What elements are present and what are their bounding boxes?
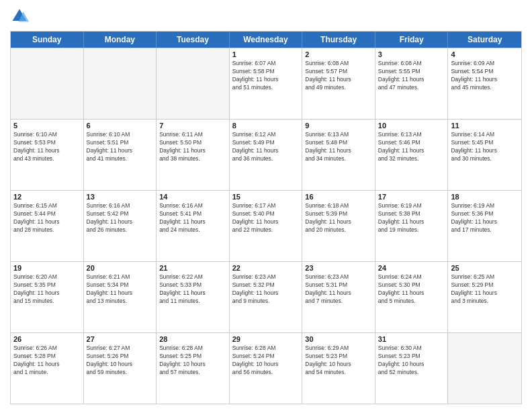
calendar-row-2: 12Sunrise: 6:15 AM Sunset: 5:44 PM Dayli… bbox=[11, 190, 521, 261]
calendar-cell-1: 1Sunrise: 6:07 AM Sunset: 5:58 PM Daylig… bbox=[230, 48, 303, 119]
day-info: Sunrise: 6:27 AM Sunset: 5:26 PM Dayligh… bbox=[87, 345, 154, 377]
calendar-cell-6: 6Sunrise: 6:10 AM Sunset: 5:51 PM Daylig… bbox=[84, 120, 157, 190]
day-number: 20 bbox=[87, 264, 154, 272]
day-info: Sunrise: 6:18 AM Sunset: 5:39 PM Dayligh… bbox=[305, 202, 372, 234]
calendar-row-4: 26Sunrise: 6:26 AM Sunset: 5:28 PM Dayli… bbox=[11, 332, 521, 404]
day-number: 19 bbox=[13, 264, 81, 272]
header-day-wednesday: Wednesday bbox=[230, 32, 303, 48]
header-day-tuesday: Tuesday bbox=[157, 32, 230, 48]
day-info: Sunrise: 6:28 AM Sunset: 5:24 PM Dayligh… bbox=[232, 345, 300, 377]
day-number: 15 bbox=[232, 193, 300, 201]
calendar-cell-17: 17Sunrise: 6:19 AM Sunset: 5:38 PM Dayli… bbox=[375, 191, 449, 261]
day-info: Sunrise: 6:24 AM Sunset: 5:30 PM Dayligh… bbox=[378, 273, 445, 306]
day-info: Sunrise: 6:13 AM Sunset: 5:48 PM Dayligh… bbox=[305, 131, 372, 163]
calendar-cell-12: 12Sunrise: 6:15 AM Sunset: 5:44 PM Dayli… bbox=[11, 191, 84, 261]
day-number: 23 bbox=[305, 264, 372, 272]
logo-icon bbox=[10, 7, 29, 26]
calendar-cell-13: 13Sunrise: 6:16 AM Sunset: 5:42 PM Dayli… bbox=[84, 191, 157, 261]
day-info: Sunrise: 6:16 AM Sunset: 5:41 PM Dayligh… bbox=[159, 202, 226, 234]
day-number: 10 bbox=[378, 122, 445, 130]
calendar-cell-15: 15Sunrise: 6:17 AM Sunset: 5:40 PM Dayli… bbox=[230, 191, 303, 261]
day-info: Sunrise: 6:08 AM Sunset: 5:57 PM Dayligh… bbox=[305, 60, 372, 92]
calendar-cell-empty-0-2 bbox=[157, 48, 230, 119]
day-number: 21 bbox=[159, 264, 226, 272]
calendar-cell-2: 2Sunrise: 6:08 AM Sunset: 5:57 PM Daylig… bbox=[302, 48, 375, 119]
day-info: Sunrise: 6:15 AM Sunset: 5:44 PM Dayligh… bbox=[13, 202, 81, 234]
day-info: Sunrise: 6:21 AM Sunset: 5:34 PM Dayligh… bbox=[87, 273, 154, 306]
calendar-cell-24: 24Sunrise: 6:24 AM Sunset: 5:30 PM Dayli… bbox=[375, 262, 449, 332]
logo bbox=[10, 7, 32, 26]
day-info: Sunrise: 6:10 AM Sunset: 5:51 PM Dayligh… bbox=[87, 131, 154, 163]
calendar-cell-9: 9Sunrise: 6:13 AM Sunset: 5:48 PM Daylig… bbox=[302, 120, 375, 190]
day-number: 6 bbox=[87, 122, 154, 130]
day-number: 22 bbox=[232, 264, 300, 272]
day-number: 17 bbox=[378, 193, 445, 201]
day-number: 25 bbox=[451, 264, 519, 272]
calendar-cell-7: 7Sunrise: 6:11 AM Sunset: 5:50 PM Daylig… bbox=[157, 120, 230, 190]
calendar-cell-empty-4-6 bbox=[448, 333, 521, 404]
day-number: 14 bbox=[159, 193, 226, 201]
header-day-saturday: Saturday bbox=[448, 32, 521, 48]
calendar-cell-25: 25Sunrise: 6:25 AM Sunset: 5:29 PM Dayli… bbox=[448, 262, 521, 332]
day-info: Sunrise: 6:19 AM Sunset: 5:38 PM Dayligh… bbox=[378, 202, 445, 234]
day-info: Sunrise: 6:28 AM Sunset: 5:25 PM Dayligh… bbox=[159, 345, 226, 377]
calendar-cell-empty-0-0 bbox=[11, 48, 84, 119]
day-info: Sunrise: 6:16 AM Sunset: 5:42 PM Dayligh… bbox=[87, 202, 154, 234]
day-number: 4 bbox=[451, 50, 519, 58]
calendar-body: 1Sunrise: 6:07 AM Sunset: 5:58 PM Daylig… bbox=[11, 48, 521, 404]
day-info: Sunrise: 6:23 AM Sunset: 5:32 PM Dayligh… bbox=[232, 273, 300, 306]
day-info: Sunrise: 6:23 AM Sunset: 5:31 PM Dayligh… bbox=[305, 273, 372, 306]
day-number: 11 bbox=[451, 122, 519, 130]
day-number: 29 bbox=[232, 335, 300, 343]
calendar-cell-21: 21Sunrise: 6:22 AM Sunset: 5:33 PM Dayli… bbox=[157, 262, 230, 332]
header-day-sunday: Sunday bbox=[11, 32, 84, 48]
day-number: 12 bbox=[13, 193, 81, 201]
day-number: 9 bbox=[305, 122, 372, 130]
day-number: 24 bbox=[378, 264, 445, 272]
day-info: Sunrise: 6:14 AM Sunset: 5:45 PM Dayligh… bbox=[451, 131, 519, 163]
day-number: 13 bbox=[87, 193, 154, 201]
day-info: Sunrise: 6:12 AM Sunset: 5:49 PM Dayligh… bbox=[232, 131, 300, 163]
day-number: 3 bbox=[378, 50, 445, 58]
calendar-cell-18: 18Sunrise: 6:19 AM Sunset: 5:36 PM Dayli… bbox=[448, 191, 521, 261]
day-info: Sunrise: 6:10 AM Sunset: 5:53 PM Dayligh… bbox=[13, 131, 81, 163]
day-info: Sunrise: 6:26 AM Sunset: 5:28 PM Dayligh… bbox=[13, 345, 81, 377]
day-number: 31 bbox=[378, 335, 445, 343]
day-info: Sunrise: 6:07 AM Sunset: 5:58 PM Dayligh… bbox=[232, 60, 300, 92]
calendar-row-3: 19Sunrise: 6:20 AM Sunset: 5:35 PM Dayli… bbox=[11, 261, 521, 332]
day-info: Sunrise: 6:20 AM Sunset: 5:35 PM Dayligh… bbox=[13, 273, 81, 306]
day-number: 26 bbox=[13, 335, 81, 343]
calendar-cell-20: 20Sunrise: 6:21 AM Sunset: 5:34 PM Dayli… bbox=[84, 262, 157, 332]
page-header bbox=[10, 7, 522, 26]
day-info: Sunrise: 6:09 AM Sunset: 5:54 PM Dayligh… bbox=[451, 60, 519, 92]
calendar-cell-5: 5Sunrise: 6:10 AM Sunset: 5:53 PM Daylig… bbox=[11, 120, 84, 190]
day-info: Sunrise: 6:19 AM Sunset: 5:36 PM Dayligh… bbox=[451, 202, 519, 234]
calendar-cell-28: 28Sunrise: 6:28 AM Sunset: 5:25 PM Dayli… bbox=[157, 333, 230, 404]
calendar-cell-31: 31Sunrise: 6:30 AM Sunset: 5:23 PM Dayli… bbox=[375, 333, 449, 404]
day-number: 30 bbox=[305, 335, 372, 343]
calendar-cell-27: 27Sunrise: 6:27 AM Sunset: 5:26 PM Dayli… bbox=[84, 333, 157, 404]
header-day-thursday: Thursday bbox=[302, 32, 375, 48]
calendar-row-0: 1Sunrise: 6:07 AM Sunset: 5:58 PM Daylig… bbox=[11, 48, 521, 119]
calendar: SundayMondayTuesdayWednesdayThursdayFrid… bbox=[10, 31, 522, 404]
day-info: Sunrise: 6:17 AM Sunset: 5:40 PM Dayligh… bbox=[232, 202, 300, 234]
calendar-cell-10: 10Sunrise: 6:13 AM Sunset: 5:46 PM Dayli… bbox=[375, 120, 449, 190]
calendar-cell-23: 23Sunrise: 6:23 AM Sunset: 5:31 PM Dayli… bbox=[302, 262, 375, 332]
calendar-cell-22: 22Sunrise: 6:23 AM Sunset: 5:32 PM Dayli… bbox=[230, 262, 303, 332]
calendar-cell-4: 4Sunrise: 6:09 AM Sunset: 5:54 PM Daylig… bbox=[448, 48, 521, 119]
day-info: Sunrise: 6:22 AM Sunset: 5:33 PM Dayligh… bbox=[159, 273, 226, 306]
calendar-cell-26: 26Sunrise: 6:26 AM Sunset: 5:28 PM Dayli… bbox=[11, 333, 84, 404]
day-number: 8 bbox=[232, 122, 300, 130]
day-info: Sunrise: 6:13 AM Sunset: 5:46 PM Dayligh… bbox=[378, 131, 445, 163]
day-number: 2 bbox=[305, 50, 372, 58]
calendar-cell-29: 29Sunrise: 6:28 AM Sunset: 5:24 PM Dayli… bbox=[230, 333, 303, 404]
day-info: Sunrise: 6:29 AM Sunset: 5:23 PM Dayligh… bbox=[305, 345, 372, 377]
day-number: 1 bbox=[232, 50, 300, 58]
calendar-cell-16: 16Sunrise: 6:18 AM Sunset: 5:39 PM Dayli… bbox=[302, 191, 375, 261]
calendar-cell-empty-0-1 bbox=[84, 48, 157, 119]
day-number: 7 bbox=[159, 122, 226, 130]
day-info: Sunrise: 6:08 AM Sunset: 5:55 PM Dayligh… bbox=[378, 60, 445, 92]
calendar-cell-30: 30Sunrise: 6:29 AM Sunset: 5:23 PM Dayli… bbox=[302, 333, 375, 404]
day-number: 18 bbox=[451, 193, 519, 201]
day-number: 5 bbox=[13, 122, 81, 130]
